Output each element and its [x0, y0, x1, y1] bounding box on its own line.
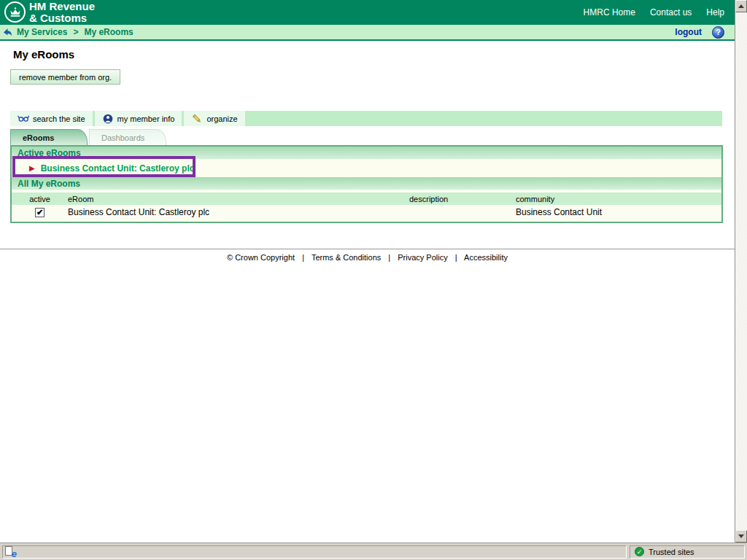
remove-member-button[interactable]: remove member from org.	[10, 69, 120, 85]
pencil-organize-icon	[191, 114, 203, 124]
breadcrumb-separator: >	[73, 27, 78, 37]
active-checkbox[interactable]: ✔	[35, 208, 44, 217]
trusted-sites-label: Trusted sites	[649, 548, 694, 556]
hmrc-crown-logo-icon	[4, 1, 26, 23]
terms-conditions-link[interactable]: Terms & Conditions	[311, 253, 381, 262]
column-header-eroom: eRoom	[68, 195, 409, 203]
brand-title: HM Revenue & Customs	[29, 1, 95, 24]
up-arrow-icon	[738, 4, 744, 8]
tab-erooms[interactable]: eRooms	[10, 129, 88, 145]
breadcrumb-my-services[interactable]: My Services	[17, 27, 67, 37]
security-zone-pane: ✓ Trusted sites	[630, 545, 745, 559]
eroom-toolbar: search the site my member info	[10, 111, 722, 126]
page-title: My eRooms	[13, 48, 74, 61]
browser-viewport: HM Revenue & Customs HMRC Home Contact u…	[0, 0, 747, 560]
link-hmrc-home[interactable]: HMRC Home	[584, 7, 635, 18]
erooms-table-header: active eRoom description community	[12, 192, 721, 205]
crown-copyright-text: © Crown Copyright	[227, 253, 295, 262]
active-erooms-header: Active eRooms	[12, 147, 721, 160]
page-footer: © Crown Copyright | Terms & Conditions |…	[0, 249, 735, 262]
logout-button[interactable]: logout	[675, 27, 702, 37]
brand-line1: HM Revenue	[29, 1, 95, 12]
down-arrow-icon	[738, 534, 744, 538]
crown-icon	[9, 7, 22, 18]
cell-eroom: Business Contact Unit: Castleroy plc	[68, 207, 409, 217]
checkmark-icon: ✔	[36, 209, 43, 217]
red-triangle-bullet-icon: ▶	[29, 165, 35, 172]
trusted-sites-icon: ✓	[635, 547, 644, 556]
status-bar: e ✓ Trusted sites	[0, 542, 747, 560]
status-main-pane: e	[2, 545, 627, 559]
header-links: HMRC Home Contact us Help	[584, 0, 724, 25]
spectacles-search-icon	[18, 114, 29, 124]
ie-page-icon: e	[5, 546, 17, 557]
privacy-policy-link[interactable]: Privacy Policy	[398, 253, 447, 262]
toolbar-button-label: my member info	[117, 114, 175, 123]
table-row: ✔ Business Contact Unit: Castleroy plc B…	[12, 205, 721, 219]
footer-separator: |	[302, 253, 304, 262]
return-arrow-icon[interactable]	[3, 28, 12, 37]
link-help[interactable]: Help	[706, 7, 724, 18]
footer-separator: |	[388, 253, 390, 262]
my-member-info-button[interactable]: my member info	[95, 111, 182, 126]
active-eroom-link[interactable]: Business Contact Unit: Castleroy plc	[41, 163, 195, 174]
column-header-description: description	[409, 195, 516, 203]
accessibility-link[interactable]: Accessibility	[464, 253, 508, 262]
member-info-icon	[102, 114, 114, 124]
organize-button[interactable]: organize	[184, 111, 244, 126]
vertical-scrollbar[interactable]	[735, 0, 747, 542]
breadcrumb-my-erooms[interactable]: My eRooms	[84, 27, 133, 37]
cell-community: Business Contact Unit	[516, 207, 721, 217]
help-icon[interactable]: ?	[712, 26, 724, 39]
scrollbar-up-button[interactable]	[735, 0, 747, 12]
footer-separator: |	[455, 253, 457, 262]
toolbar-button-label: search the site	[33, 114, 85, 123]
breadcrumb: My Services > My eRooms logout ?	[0, 25, 735, 41]
all-my-erooms-header: All My eRooms	[12, 177, 721, 190]
active-eroom-row: ▶ Business Contact Unit: Castleroy plc	[12, 160, 721, 177]
site-header: HM Revenue & Customs HMRC Home Contact u…	[0, 0, 735, 25]
tab-strip: eRooms Dashboards	[10, 129, 166, 145]
brand-line2: & Customs	[29, 12, 95, 24]
toolbar-button-label: organize	[206, 114, 237, 123]
column-header-active: active	[12, 195, 68, 203]
column-header-community: community	[516, 195, 721, 203]
search-the-site-button[interactable]: search the site	[10, 111, 93, 126]
link-contact-us[interactable]: Contact us	[650, 7, 692, 18]
tab-dashboards[interactable]: Dashboards	[89, 129, 166, 145]
erooms-panel: Active eRooms ▶ Business Contact Unit: C…	[10, 145, 723, 223]
scrollbar-down-button[interactable]	[735, 530, 747, 542]
